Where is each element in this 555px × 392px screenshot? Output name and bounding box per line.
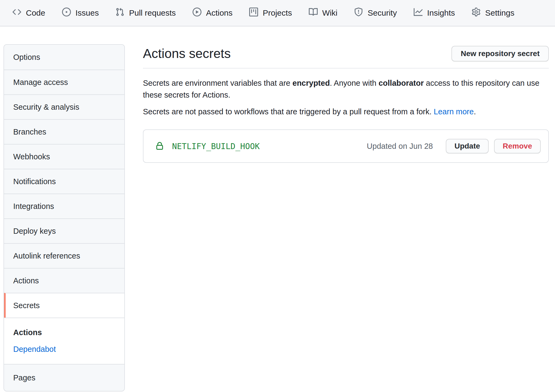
update-secret-button[interactable]: Update xyxy=(446,139,489,153)
book-icon xyxy=(309,8,318,18)
sidebar-item-pages[interactable]: Pages xyxy=(4,364,124,391)
secret-row: NETLIFY_BUILD_HOOK Updated on Jun 28 Upd… xyxy=(143,129,549,163)
secret-name: NETLIFY_BUILD_HOOK xyxy=(172,142,260,151)
nav-tab-label: Code xyxy=(26,8,45,18)
sidebar-item-actions[interactable]: Actions xyxy=(4,268,124,293)
page-title: Actions secrets xyxy=(143,46,231,61)
sidebar-item-integrations[interactable]: Integrations xyxy=(4,194,124,218)
secret-updated-date: Updated on Jun 28 xyxy=(367,142,433,151)
sidebar-item-security-analysis[interactable]: Security & analysis xyxy=(4,94,124,119)
subnav-item-actions[interactable]: Actions xyxy=(13,328,124,337)
nav-tab-insights[interactable]: Insights xyxy=(414,8,455,18)
nav-tab-code[interactable]: Code xyxy=(12,8,45,18)
nav-tab-label: Wiki xyxy=(322,8,338,18)
nav-tab-projects[interactable]: Projects xyxy=(249,8,292,18)
sidebar-item-options[interactable]: Options xyxy=(4,45,124,70)
git-pull-request-icon xyxy=(115,8,124,18)
play-icon xyxy=(193,8,201,18)
nav-tab-label: Projects xyxy=(263,8,292,18)
nav-tab-label: Settings xyxy=(485,8,514,18)
issue-opened-icon xyxy=(62,8,71,18)
sidebar-item-autolink-references[interactable]: Autolink references xyxy=(4,243,124,268)
remove-secret-button[interactable]: Remove xyxy=(494,139,541,153)
project-board-icon xyxy=(249,8,258,18)
nav-tab-label: Actions xyxy=(206,8,232,18)
nav-tab-label: Issues xyxy=(76,8,99,18)
secrets-fork-note: Secrets are not passed to workflows that… xyxy=(143,106,549,118)
nav-tab-actions[interactable]: Actions xyxy=(193,8,232,18)
header-divider xyxy=(143,68,549,68)
sidebar-item-secrets[interactable]: Secrets xyxy=(4,293,124,318)
secrets-subnav: Actions Dependabot xyxy=(4,318,124,364)
learn-more-link[interactable]: Learn more xyxy=(434,107,474,116)
new-repository-secret-button[interactable]: New repository secret xyxy=(451,46,549,61)
secrets-description: Secrets are environment variables that a… xyxy=(143,77,549,101)
nav-tab-label: Insights xyxy=(427,8,455,18)
sidebar-item-deploy-keys[interactable]: Deploy keys xyxy=(4,218,124,243)
sidebar-item-webhooks[interactable]: Webhooks xyxy=(4,144,124,169)
nav-tab-label: Security xyxy=(368,8,397,18)
nav-tab-wiki[interactable]: Wiki xyxy=(309,8,338,18)
nav-tab-issues[interactable]: Issues xyxy=(62,8,99,18)
lock-icon xyxy=(155,141,165,151)
nav-tab-settings[interactable]: Settings xyxy=(472,8,514,18)
nav-tab-pull-requests[interactable]: Pull requests xyxy=(115,8,176,18)
sidebar-item-manage-access[interactable]: Manage access xyxy=(4,70,124,94)
graph-icon xyxy=(414,8,423,18)
actions-secrets-panel: Actions secrets New repository secret Se… xyxy=(143,44,549,163)
repo-nav: Code Issues Pull requests Actions Projec… xyxy=(0,0,555,26)
sidebar-item-branches[interactable]: Branches xyxy=(4,119,124,144)
subnav-item-dependabot[interactable]: Dependabot xyxy=(13,345,56,354)
shield-icon xyxy=(354,8,363,18)
code-icon xyxy=(12,8,21,18)
settings-sidebar: Options Manage access Security & analysi… xyxy=(4,44,125,391)
nav-tab-label: Pull requests xyxy=(129,8,176,18)
page-header: Actions secrets New repository secret xyxy=(143,45,549,62)
gear-icon xyxy=(472,8,481,18)
sidebar-item-notifications[interactable]: Notifications xyxy=(4,169,124,194)
nav-tab-security[interactable]: Security xyxy=(354,8,397,18)
